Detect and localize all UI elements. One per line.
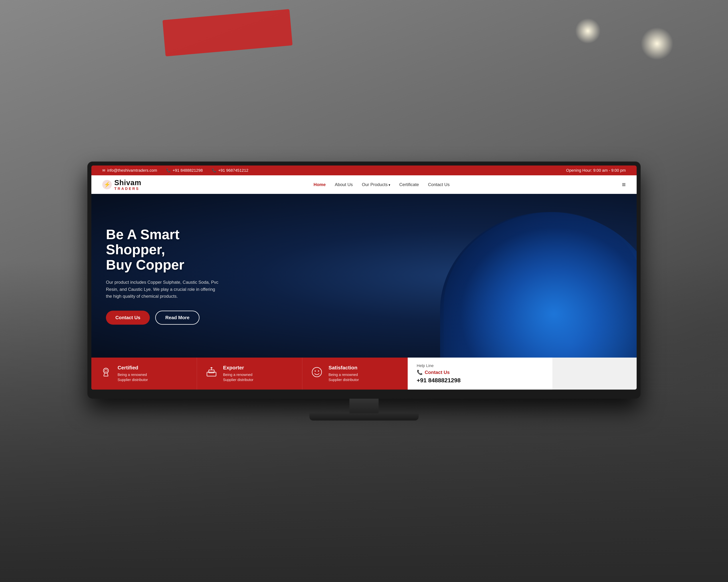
satisfaction-text: Satisfaction Being a renowned Supplier d… (329, 365, 359, 382)
bg-light2 (575, 18, 601, 44)
helpline-contact-row: 📞 Contact Us (417, 369, 543, 375)
phone2-icon: 📞 (212, 168, 216, 173)
bg-light1 (641, 27, 673, 60)
phone1-text: +91 8488821298 (173, 168, 203, 173)
bottom-cards: Certified Being a renowned Supplier dist… (92, 358, 636, 390)
helpline-contact-text: Contact Us (425, 369, 450, 375)
monitor-stand-neck (349, 399, 379, 413)
nav-link-contact[interactable]: Contact Us (428, 182, 450, 187)
nav-link-products[interactable]: Our Products (362, 182, 388, 187)
card-exporter: Exporter Being a renowned Supplier distr… (197, 358, 303, 390)
hero-title-line2: Buy Copper (106, 257, 184, 273)
card-certified: Certified Being a renowned Supplier dist… (92, 358, 197, 390)
helpline-phone: +91 8488821298 (417, 377, 543, 384)
logo-area: ⚡ Shivam TRADERS (102, 178, 141, 191)
svg-marker-10 (210, 367, 213, 368)
monitor-screen: ✉ info@theshivamtraders.com 📞 +91 848882… (92, 166, 636, 390)
helpline-contact-icon: 📞 (417, 369, 423, 375)
svg-point-2 (103, 368, 108, 373)
hero-section: Be A Smart Shopper, Buy Copper Our produ… (92, 194, 636, 358)
monitor-bezel: ✉ info@theshivamtraders.com 📞 +91 848882… (87, 162, 641, 399)
nav-item-about[interactable]: About Us (335, 182, 353, 187)
hero-content: Be A Smart Shopper, Buy Copper Our produ… (92, 227, 255, 325)
top-bar: ✉ info@theshivamtraders.com 📞 +91 848882… (92, 166, 636, 175)
hero-powder-visual (425, 194, 636, 358)
nav-links: Home About Us Our Products Certificate C… (314, 182, 450, 187)
hero-title: Be A Smart Shopper, Buy Copper (106, 227, 241, 273)
nav-item-products[interactable]: Our Products (362, 182, 390, 187)
exporter-icon (204, 365, 219, 379)
helpline-label: Help Line (417, 363, 543, 368)
svg-point-3 (104, 369, 107, 372)
exporter-desc: Being a renowned Supplier distributor (223, 372, 254, 382)
hero-buttons: Contact Us Read More (106, 311, 241, 325)
card-satisfaction: Satisfaction Being a renowned Supplier d… (302, 358, 408, 390)
hero-readmore-button[interactable]: Read More (155, 311, 200, 325)
hero-title-line1: Be A Smart Shopper, (106, 227, 179, 257)
nav-item-home[interactable]: Home (314, 182, 326, 187)
top-bar-phone1: 📞 +91 8488821298 (166, 168, 203, 173)
svg-text:⚡: ⚡ (104, 181, 111, 188)
bg-red-banner (162, 9, 293, 56)
email-text: info@theshivamtraders.com (107, 168, 157, 173)
opening-hours: Opening Hour: 9:00 am - 9:00 pm (566, 168, 626, 173)
hamburger-icon[interactable]: ≡ (622, 181, 626, 188)
nav-link-home[interactable]: Home (314, 182, 326, 187)
logo-text: Shivam TRADERS (114, 178, 141, 191)
phone2-text: +91 9687451212 (218, 168, 249, 173)
nav-item-certificate[interactable]: Certificate (399, 182, 419, 187)
exporter-text: Exporter Being a renowned Supplier distr… (223, 365, 254, 382)
hero-description: Our product includes Copper Sulphate, Ca… (106, 279, 219, 300)
satisfaction-title: Satisfaction (329, 365, 359, 371)
email-icon: ✉ (102, 168, 105, 173)
top-bar-left: ✉ info@theshivamtraders.com 📞 +91 848882… (102, 168, 249, 173)
nav-item-contact[interactable]: Contact Us (428, 182, 450, 187)
powder-texture (444, 212, 636, 358)
website: ✉ info@theshivamtraders.com 📞 +91 848882… (92, 166, 636, 390)
cards-red-section: Certified Being a renowned Supplier dist… (92, 358, 408, 390)
cards-white-box (552, 358, 636, 390)
top-bar-phone2: 📞 +91 9687451212 (212, 168, 249, 173)
monitor-wrapper: ✉ info@theshivamtraders.com 📞 +91 848882… (87, 162, 641, 420)
certified-desc: Being a renowned Supplier distributor (118, 372, 148, 382)
logo-icon: ⚡ (102, 180, 112, 189)
logo-shivam: Shivam (114, 178, 141, 187)
certified-text: Certified Being a renowned Supplier dist… (118, 365, 148, 382)
svg-point-12 (315, 370, 316, 371)
svg-rect-8 (209, 370, 214, 373)
top-bar-email: ✉ info@theshivamtraders.com (102, 168, 157, 173)
helpline-card: Help Line 📞 Contact Us +91 8488821298 (408, 358, 552, 390)
satisfaction-icon (310, 365, 324, 379)
svg-point-13 (318, 370, 319, 371)
svg-line-5 (107, 373, 108, 376)
phone1-icon: 📞 (166, 168, 171, 173)
logo-traders: TRADERS (114, 187, 141, 191)
exporter-title: Exporter (223, 365, 254, 371)
certified-title: Certified (118, 365, 148, 371)
nav-link-about[interactable]: About Us (335, 182, 353, 187)
nav-link-certificate[interactable]: Certificate (399, 182, 419, 187)
hero-contact-button[interactable]: Contact Us (106, 311, 150, 325)
svg-line-4 (104, 373, 104, 376)
satisfaction-desc: Being a renowned Supplier distributor (329, 372, 359, 382)
monitor-stand-base (309, 413, 419, 420)
certified-icon (99, 365, 113, 379)
nav-links-container: Home About Us Our Products Certificate C… (314, 182, 450, 187)
svg-point-11 (312, 367, 321, 377)
navbar: ⚡ Shivam TRADERS Home About Us Our Produ… (92, 175, 636, 194)
